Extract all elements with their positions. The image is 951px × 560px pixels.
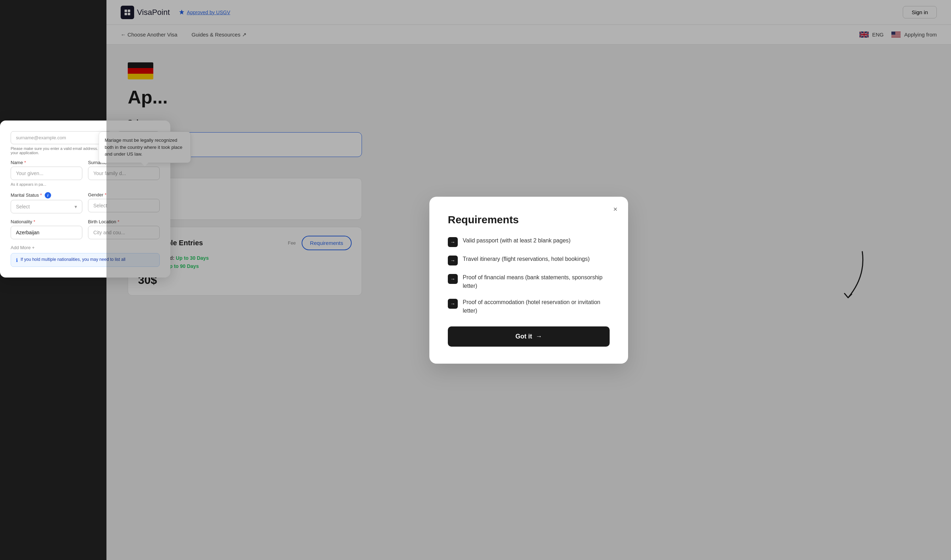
requirements-modal: × Requirements → Valid passport (with at… — [429, 197, 628, 364]
name-hint: As it appears in pa... — [11, 182, 82, 186]
requirement-item-4: → Proof of accommodation (hotel reservat… — [448, 298, 610, 315]
name-label: Name * — [11, 160, 82, 165]
requirement-item-3: → Proof of financial means (bank stateme… — [448, 273, 610, 290]
marital-status-field: Marital Status * i Select ▾ — [11, 192, 82, 213]
info-box-icon: ℹ — [16, 257, 18, 263]
req-text-4: Proof of accommodation (hotel reservatio… — [463, 298, 610, 315]
marital-info-icon[interactable]: i — [45, 192, 51, 198]
chevron-down-icon: ▾ — [74, 204, 77, 209]
modal-close-button[interactable]: × — [610, 204, 621, 215]
dark-background — [0, 0, 107, 560]
marital-status-label: Marital Status * i — [11, 192, 82, 198]
email-input[interactable]: surname@example.com — [11, 131, 111, 144]
got-it-button[interactable]: Got it → — [448, 326, 610, 347]
req-arrow-icon-1: → — [448, 237, 458, 247]
req-text-1: Valid passport (with at least 2 blank pa… — [463, 236, 571, 245]
req-arrow-icon-2: → — [448, 255, 458, 265]
marital-select[interactable]: Select ▾ — [11, 200, 82, 213]
nationality-input[interactable]: Azerbaijan — [11, 226, 82, 239]
main-app: VisaPoint Approved by USGV Sign in ← Cho… — [107, 0, 951, 560]
req-text-2: Travel itinerary (flight reservations, h… — [463, 255, 590, 263]
modal-overlay[interactable]: × Requirements → Valid passport (with at… — [107, 0, 951, 560]
modal-title: Requirements — [448, 214, 610, 226]
nationality-required: * — [33, 219, 35, 225]
nationality-field: Nationality * Azerbaijan — [11, 219, 82, 239]
req-arrow-icon-3: → — [448, 274, 458, 284]
nationality-label: Nationality * — [11, 219, 82, 225]
name-required: * — [24, 160, 26, 165]
req-text-3: Proof of financial means (bank statement… — [463, 273, 610, 290]
name-field: Name * Your given... As it appears in pa… — [11, 160, 82, 186]
req-arrow-icon-4: → — [448, 299, 458, 309]
marital-required: * — [40, 192, 42, 198]
requirement-item-2: → Travel itinerary (flight reservations,… — [448, 255, 610, 265]
requirement-item-1: → Valid passport (with at least 2 blank … — [448, 236, 610, 247]
name-input[interactable]: Your given... — [11, 166, 82, 180]
